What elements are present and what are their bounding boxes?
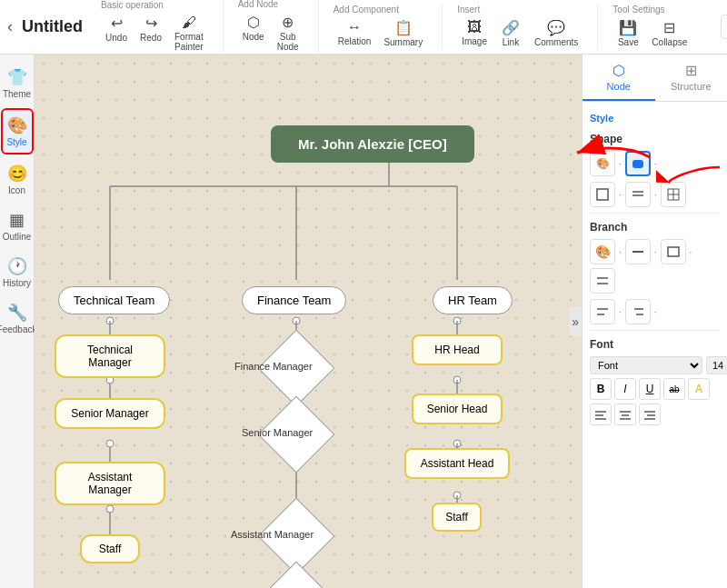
branch-indent-btn[interactable] xyxy=(625,299,651,324)
branch-section-title: Branch xyxy=(590,221,720,234)
sidebar-item-feedback[interactable]: 🔧 Feedback xyxy=(1,297,34,340)
branch-row-1: 🎨 · · · xyxy=(590,239,720,294)
sidebar-item-style[interactable]: 🎨 Style xyxy=(1,108,34,154)
node-tab-icon: ⬡ xyxy=(586,62,652,79)
tech-manager-node[interactable]: Technical Manager xyxy=(55,334,165,378)
back-button[interactable]: ‹ xyxy=(7,17,13,36)
hr-head-node[interactable]: HR Head xyxy=(412,334,503,365)
sub-node-button[interactable]: ⊕Sub Node xyxy=(273,11,304,55)
align-right-button[interactable] xyxy=(639,404,661,425)
svg-rect-29 xyxy=(632,160,643,168)
undo-button[interactable]: ↩Undo xyxy=(101,12,132,55)
node-button[interactable]: ⬡Node xyxy=(238,11,269,55)
svg-point-27 xyxy=(453,492,461,499)
align-left-button[interactable] xyxy=(590,404,612,425)
svg-point-13 xyxy=(293,317,300,324)
insert-group: Insert 🖼Image 🔗Link 💬Comments xyxy=(457,5,598,50)
svg-point-25 xyxy=(453,440,461,447)
align-row xyxy=(590,404,720,425)
font-row: Font Arial Times New Roman 14 10 12 16 xyxy=(590,356,720,374)
structure-tab-icon: ⊞ xyxy=(659,62,724,79)
sidebar-item-outline[interactable]: ▦ Outline xyxy=(1,204,34,247)
redo-button[interactable]: ↪Redo xyxy=(135,12,166,55)
tab-node[interactable]: ⬡ Node xyxy=(583,55,655,101)
main: 👕 Theme 🎨 Style 😊 Icon ▦ Outline 🕐 Histo… xyxy=(0,55,727,588)
collapse-button[interactable]: ⊟Collapse xyxy=(647,16,692,50)
panel-collapse-toggle[interactable]: » xyxy=(569,307,582,336)
feedback-icon: 🔧 xyxy=(7,303,27,323)
strikethrough-button[interactable]: ab xyxy=(663,378,685,400)
branch-align-btn[interactable] xyxy=(590,268,615,294)
shape-fill-btn[interactable]: 🎨 xyxy=(590,151,615,176)
branch-rect-btn[interactable] xyxy=(661,239,686,264)
basic-op-label: Basic operation xyxy=(101,0,164,10)
underline-button[interactable]: U xyxy=(639,378,661,400)
save-button[interactable]: 💾Save xyxy=(612,16,643,50)
left-sidebar: 👕 Theme 🎨 Style 😊 Icon ▦ Outline 🕐 Histo… xyxy=(0,55,35,588)
branch-align2-btn[interactable] xyxy=(590,299,615,324)
hr-senior-node[interactable]: Senior Head xyxy=(412,394,503,424)
tool-settings-label: Tool Settings xyxy=(612,5,664,15)
dept-hr-node[interactable]: HR Team xyxy=(433,286,513,314)
shape-section-title: Shape xyxy=(590,133,720,145)
font-size-select[interactable]: 14 10 12 16 xyxy=(706,356,727,374)
bold-button[interactable]: B xyxy=(590,378,612,400)
outline-icon: ▦ xyxy=(9,210,25,230)
ceo-node[interactable]: Mr. John Alexzie [CEO] xyxy=(271,125,474,163)
summary-button[interactable]: 📋Summary xyxy=(379,16,427,50)
history-icon: 🕐 xyxy=(7,256,27,276)
dept-tech-node[interactable]: Technical Team xyxy=(58,286,170,314)
tool-settings-group: Tool Settings 💾Save ⊟Collapse xyxy=(612,5,706,50)
format-row: B I U ab A xyxy=(590,378,720,400)
image-button[interactable]: 🖼Image xyxy=(457,16,492,50)
branch-fill-btn[interactable]: 🎨 xyxy=(590,239,615,264)
hr-staff-node[interactable]: Staff xyxy=(432,503,482,532)
finance-staff-node[interactable] xyxy=(258,562,335,588)
svg-point-5 xyxy=(106,317,114,324)
link-button[interactable]: 🔗Link xyxy=(495,16,526,50)
finance-senior-node[interactable] xyxy=(258,396,335,473)
relation-button[interactable]: ↔Relation xyxy=(334,16,376,50)
add-component-label: Add Component xyxy=(334,5,399,15)
canvas[interactable]: Mr. John Alexzie [CEO] Technical Team Te… xyxy=(35,55,582,588)
align-center-button[interactable] xyxy=(614,404,636,425)
sidebar-item-icon[interactable]: 😊 Icon xyxy=(1,158,34,201)
sidebar-item-theme[interactable]: 👕 Theme xyxy=(1,62,34,105)
svg-point-10 xyxy=(106,440,114,447)
svg-point-23 xyxy=(453,376,461,384)
svg-rect-38 xyxy=(668,247,679,256)
branch-line-btn[interactable] xyxy=(625,239,651,264)
italic-button[interactable]: I xyxy=(614,378,636,400)
shape-dot-1: · xyxy=(619,159,622,169)
panel-content: Style Shape 🎨 · · · · xyxy=(583,102,727,588)
shape-square-btn[interactable] xyxy=(590,182,615,207)
svg-point-12 xyxy=(106,505,114,513)
comments-button[interactable]: 💬Comments xyxy=(530,16,583,50)
font-section-title: Font xyxy=(590,338,720,351)
hr-assistant-node[interactable]: Assistant Head xyxy=(404,448,510,479)
tab-structure[interactable]: ⊞ Structure xyxy=(655,55,728,101)
tech-senior-node[interactable]: Senior Manager xyxy=(55,398,165,429)
font-family-select[interactable]: Font Arial Times New Roman xyxy=(590,356,702,374)
basic-op-group: Basic operation ↩Undo ↪Redo 🖌Format Pain… xyxy=(101,0,224,55)
svg-rect-30 xyxy=(597,189,608,200)
tech-staff-node[interactable]: Staff xyxy=(80,534,140,563)
add-component-group: Add Component ↔Relation 📋Summary xyxy=(334,5,443,50)
font-color-button[interactable]: A xyxy=(688,378,710,400)
divider-2 xyxy=(590,330,720,331)
style-icon: 🎨 xyxy=(7,115,27,135)
shape-box-btn[interactable] xyxy=(625,151,651,176)
tech-assistant-node[interactable]: Assistant Manager xyxy=(55,462,165,505)
right-panel: ⬡ Node ⊞ Structure Style Shape 🎨 · · xyxy=(582,55,727,588)
format-painter-button[interactable]: 🖌Format Painter xyxy=(170,12,208,55)
sidebar-item-history[interactable]: 🕐 History xyxy=(1,251,34,294)
svg-point-21 xyxy=(453,317,461,324)
topbar: ‹ Untitled Basic operation ↩Undo ↪Redo 🖌… xyxy=(0,0,727,55)
divider-1 xyxy=(590,213,720,214)
insert-label: Insert xyxy=(457,5,480,15)
style-section-label: Style xyxy=(590,113,613,124)
shape-lines-btn[interactable] xyxy=(625,182,651,207)
dept-finance-node[interactable]: Finance Team xyxy=(242,286,346,314)
share-button[interactable]: 🔗 Share xyxy=(721,15,727,39)
app-title: Untitled xyxy=(22,17,83,36)
